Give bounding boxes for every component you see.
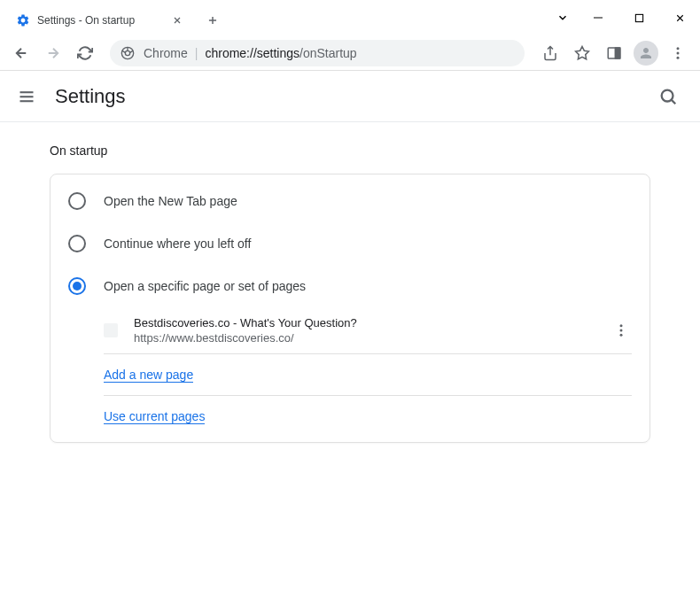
maximize-button[interactable] xyxy=(618,4,659,32)
page-entry-url: https://www.bestdiscoveries.co/ xyxy=(134,331,611,345)
close-tab-icon[interactable] xyxy=(170,13,184,27)
address-bar[interactable]: Chrome|chrome://settings/onStartup xyxy=(110,40,525,66)
radio-label: Continue where you left off xyxy=(104,236,251,251)
radio-label: Open the New Tab page xyxy=(104,194,237,208)
search-icon[interactable] xyxy=(657,86,679,107)
minimize-button[interactable] xyxy=(578,4,618,32)
startup-page-row: Bestdiscoveries.co - What's Your Questio… xyxy=(51,307,649,353)
section-title: On startup xyxy=(50,143,650,158)
url-text: Chrome|chrome://settings/onStartup xyxy=(144,46,357,60)
browser-toolbar: Chrome|chrome://settings/onStartup xyxy=(0,35,700,71)
svg-point-17 xyxy=(620,334,623,337)
radio-icon xyxy=(68,235,86,252)
window-controls xyxy=(548,0,700,35)
hamburger-menu-icon[interactable] xyxy=(16,86,37,107)
profile-avatar[interactable] xyxy=(631,38,661,68)
use-current-link[interactable]: Use current pages xyxy=(104,409,205,424)
window-titlebar: Settings - On startup xyxy=(0,0,700,35)
svg-rect-12 xyxy=(20,96,34,97)
radio-specific-pages[interactable]: Open a specific page or set of pages xyxy=(51,265,649,307)
side-panel-icon[interactable] xyxy=(599,38,629,68)
page-info: Bestdiscoveries.co - What's Your Questio… xyxy=(134,316,611,345)
radio-selected-icon xyxy=(68,277,86,295)
page-title: Settings xyxy=(55,85,657,108)
svg-rect-7 xyxy=(616,48,620,58)
svg-rect-1 xyxy=(635,14,642,21)
svg-point-8 xyxy=(677,47,680,50)
back-button[interactable] xyxy=(7,39,35,67)
settings-gear-icon xyxy=(16,13,30,27)
tab-search-icon[interactable] xyxy=(548,4,578,32)
radio-label: Open a specific page or set of pages xyxy=(104,279,306,293)
add-page-row: Add a new page xyxy=(51,354,649,395)
svg-point-3 xyxy=(125,50,129,55)
settings-header: Settings xyxy=(0,71,700,122)
radio-new-tab[interactable]: Open the New Tab page xyxy=(51,180,649,222)
svg-rect-0 xyxy=(594,18,603,19)
reload-button[interactable] xyxy=(71,39,99,67)
forward-button[interactable] xyxy=(39,39,67,67)
page-more-menu-icon[interactable] xyxy=(611,320,632,341)
svg-point-9 xyxy=(677,51,680,54)
svg-point-14 xyxy=(662,89,673,101)
use-current-row: Use current pages xyxy=(51,396,649,437)
svg-point-15 xyxy=(620,324,623,327)
radio-continue[interactable]: Continue where you left off xyxy=(51,222,649,265)
menu-dots-icon[interactable] xyxy=(663,38,693,68)
add-page-link[interactable]: Add a new page xyxy=(104,368,193,383)
svg-rect-13 xyxy=(20,100,34,102)
bookmark-star-icon[interactable] xyxy=(567,38,597,68)
browser-tab[interactable]: Settings - On startup xyxy=(7,5,193,35)
svg-point-10 xyxy=(677,56,680,58)
radio-icon xyxy=(68,192,86,210)
new-tab-button[interactable] xyxy=(200,8,225,33)
chrome-icon xyxy=(121,46,135,60)
close-window-button[interactable] xyxy=(659,4,700,32)
svg-rect-11 xyxy=(20,91,34,93)
tab-title: Settings - On startup xyxy=(37,14,170,27)
page-favicon-icon xyxy=(104,323,118,337)
startup-card: Open the New Tab page Continue where you… xyxy=(50,174,650,443)
page-entry-title: Bestdiscoveries.co - What's Your Questio… xyxy=(134,316,611,329)
svg-marker-4 xyxy=(576,46,589,58)
settings-content: On startup Open the New Tab page Continu… xyxy=(0,122,700,464)
share-icon[interactable] xyxy=(535,38,565,68)
svg-point-16 xyxy=(620,329,623,332)
